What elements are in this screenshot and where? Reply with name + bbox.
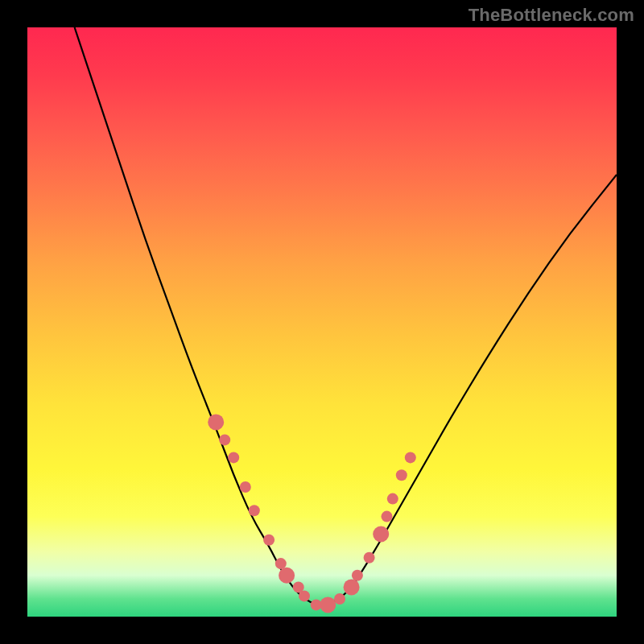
accent-point [228, 452, 239, 463]
accent-point [263, 535, 275, 546]
accent-point [219, 434, 230, 445]
accent-point [382, 511, 393, 522]
accent-point [240, 481, 251, 493]
accent-point [364, 552, 375, 564]
plot-area [27, 27, 617, 617]
accent-point [299, 590, 310, 601]
bottleneck-curve [75, 27, 617, 605]
accent-point [352, 570, 363, 581]
accent-point [334, 593, 345, 605]
accent-point [405, 452, 416, 463]
watermark-text: TheBottleneck.com [469, 5, 634, 26]
accent-point [208, 414, 224, 430]
curve-svg [27, 27, 617, 617]
accent-point [344, 579, 360, 595]
accent-point [279, 568, 295, 584]
accent-point [249, 505, 260, 516]
accent-point [387, 493, 398, 505]
accent-points [208, 414, 416, 613]
accent-point [396, 469, 407, 481]
chart-frame: TheBottleneck.com [0, 0, 644, 644]
accent-point [275, 558, 287, 569]
accent-point [373, 526, 389, 543]
accent-point [320, 597, 336, 613]
